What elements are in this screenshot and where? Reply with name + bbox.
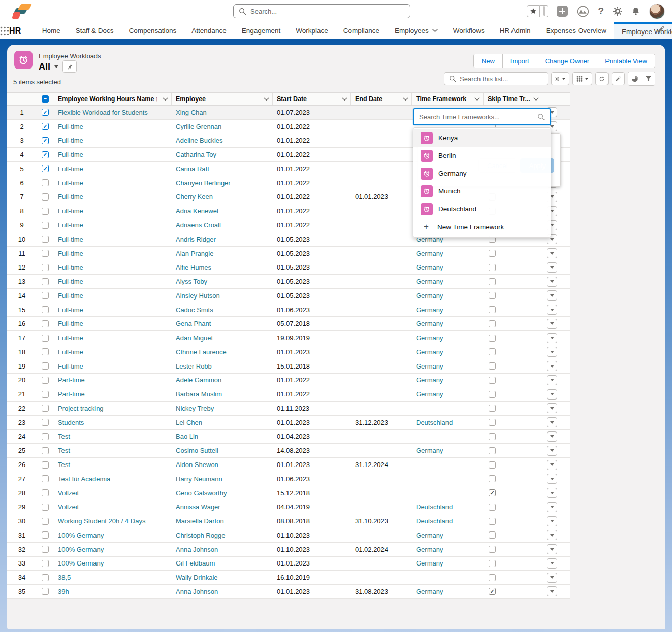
employee-link[interactable]: Geno Galsworthy (176, 489, 227, 497)
column-header-time-framework[interactable]: Time Framework (412, 93, 484, 105)
row-select-checkbox[interactable] (42, 348, 49, 355)
row-select-checkbox[interactable] (42, 278, 49, 285)
tab-staff-docs[interactable]: Staff & Docs (68, 22, 121, 39)
employee-link[interactable]: Anna Johnson (176, 588, 218, 595)
employee-link[interactable]: Adriaens Croall (176, 221, 221, 229)
workload-name-link[interactable]: Full-time (58, 348, 83, 356)
row-actions-button[interactable] (547, 333, 557, 343)
workload-name-link[interactable]: Test (58, 461, 70, 469)
workload-name-link[interactable]: Flexible Workload for Students (58, 109, 148, 116)
row-select-checkbox[interactable] (42, 193, 49, 201)
row-select-checkbox[interactable] (42, 320, 49, 327)
workload-name-link[interactable]: 100% Germany (58, 559, 104, 567)
row-actions-button[interactable] (547, 516, 557, 526)
workload-name-link[interactable]: Full-time (58, 306, 83, 314)
tab-engagement[interactable]: Engagement (234, 22, 289, 39)
employee-link[interactable]: Aldon Shewon (176, 461, 218, 469)
time-framework-link[interactable]: Germany (416, 263, 443, 271)
employee-link[interactable]: Alan Prangle (176, 250, 213, 257)
edit-nav-pencil-icon[interactable] (657, 25, 665, 34)
row-select-checkbox[interactable] (42, 179, 49, 186)
employee-link[interactable]: Lei Chen (176, 419, 202, 426)
workload-name-link[interactable]: Full-time (58, 123, 83, 130)
time-framework-link[interactable]: Germany (416, 278, 443, 285)
tab-workplace[interactable]: Workplace (288, 22, 336, 39)
workload-name-link[interactable]: Full-time (58, 320, 83, 327)
time-framework-link[interactable]: Germany (416, 531, 443, 539)
workload-name-link[interactable]: Full-time (58, 263, 83, 271)
time-framework-search-input[interactable]: Search Time Frameworks... (413, 108, 551, 125)
row-actions-button[interactable] (547, 573, 557, 583)
row-select-checkbox[interactable] (42, 489, 49, 496)
workload-name-link[interactable]: Full-time (58, 137, 83, 144)
row-select-checkbox[interactable] (42, 292, 49, 299)
list-view-selector[interactable]: All (39, 61, 50, 72)
time-framework-link[interactable]: Germany (416, 390, 443, 398)
time-framework-option-munich[interactable]: Munich (413, 182, 551, 200)
tab-home[interactable]: Home (35, 22, 68, 39)
row-actions-button[interactable] (547, 305, 557, 315)
row-select-checkbox[interactable] (42, 236, 49, 243)
workload-name-link[interactable]: Full-time (58, 179, 83, 187)
workload-name-link[interactable]: Part-time (58, 390, 85, 398)
row-select-checkbox[interactable] (42, 461, 49, 469)
setup-gear-icon[interactable] (613, 6, 623, 16)
row-actions-button[interactable] (547, 361, 557, 371)
printable-view-button[interactable]: Printable View (597, 54, 655, 68)
time-framework-link[interactable]: Germany (416, 320, 443, 327)
row-actions-button[interactable] (547, 403, 557, 413)
workload-name-link[interactable]: 38,5 (58, 574, 71, 581)
row-actions-button[interactable] (547, 544, 557, 554)
avatar[interactable] (649, 4, 665, 19)
select-all-checkbox[interactable]: – (37, 93, 54, 105)
workload-name-link[interactable]: Full-time (58, 362, 83, 370)
row-select-checkbox[interactable] (42, 391, 49, 398)
notifications-bell-icon[interactable] (631, 7, 641, 16)
row-select-checkbox[interactable] (42, 546, 49, 553)
row-actions-button[interactable] (547, 460, 557, 470)
row-actions-button[interactable] (547, 277, 557, 287)
employee-link[interactable]: Alfie Humes (176, 263, 211, 271)
row-actions-button[interactable] (547, 262, 557, 273)
time-framework-link[interactable]: Germany (416, 447, 443, 454)
time-framework-option-germany[interactable]: Germany (413, 164, 551, 182)
employee-link[interactable]: Cherry Keen (176, 193, 213, 201)
row-actions-button[interactable] (547, 347, 557, 357)
view-chevron-down-icon[interactable] (54, 65, 58, 68)
tab-compensations[interactable]: Compensations (121, 22, 184, 39)
workload-name-link[interactable]: Full-time (58, 151, 83, 158)
employee-link[interactable]: Gena Phant (176, 320, 211, 327)
employee-link[interactable]: Alyss Toby (176, 278, 207, 285)
row-select-checkbox[interactable]: ✓ (42, 165, 49, 172)
time-framework-link[interactable]: Germany (416, 250, 443, 257)
workload-name-link[interactable]: Project tracking (58, 405, 104, 412)
row-actions-button[interactable] (547, 586, 557, 596)
pin-list-button[interactable] (62, 60, 77, 73)
row-actions-button[interactable] (547, 446, 557, 456)
tab-workflows[interactable]: Workflows (445, 22, 492, 39)
employee-link[interactable]: Lester Robb (176, 362, 212, 370)
workload-name-link[interactable]: Full-time (58, 221, 83, 229)
employee-link[interactable]: Chanyen Berlinger (176, 179, 231, 187)
workload-name-link[interactable]: Full-time (58, 165, 83, 173)
workload-name-link[interactable]: 100% Germany (58, 531, 104, 539)
tab-compliance[interactable]: Compliance (336, 22, 387, 39)
row-actions-button[interactable] (547, 530, 557, 540)
workload-name-link[interactable]: Test für Academia (58, 475, 110, 483)
list-search-input[interactable]: Search this list... (444, 72, 548, 85)
refresh-button[interactable] (595, 72, 609, 85)
time-framework-link[interactable]: Deutschland (416, 503, 453, 511)
row-actions-button[interactable] (547, 431, 557, 442)
column-header-end-date[interactable]: End Date (351, 93, 412, 105)
app-launcher-waffle-icon[interactable] (0, 22, 9, 39)
employee-link[interactable]: Carina Raft (176, 165, 209, 173)
import-button[interactable]: Import (502, 54, 537, 68)
row-select-checkbox[interactable] (42, 362, 49, 370)
tab-employees[interactable]: Employees (387, 22, 445, 39)
time-framework-link[interactable]: Germany (416, 559, 443, 567)
row-select-checkbox[interactable] (42, 335, 49, 342)
employee-link[interactable]: Adan Miguet (176, 334, 213, 342)
row-select-checkbox[interactable] (42, 250, 49, 257)
time-framework-link[interactable]: Germany (416, 362, 443, 370)
row-select-checkbox[interactable] (42, 560, 49, 567)
